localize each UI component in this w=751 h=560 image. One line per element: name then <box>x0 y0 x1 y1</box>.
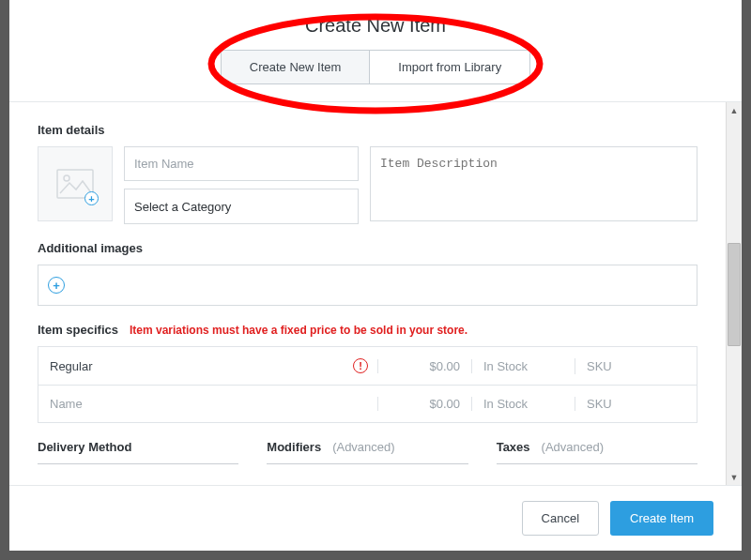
name-category-column: Select a Category <box>124 146 359 224</box>
cancel-button[interactable]: Cancel <box>522 501 599 536</box>
item-description-input[interactable] <box>370 146 697 221</box>
item-details-row: + Select a Category <box>38 146 697 224</box>
scroll-up-icon[interactable]: ▲ <box>727 102 742 118</box>
create-item-button[interactable]: Create Item <box>610 501 713 536</box>
category-select-label: Select a Category <box>134 200 231 214</box>
variation-stock[interactable]: In Stock <box>471 397 575 411</box>
warning-icon: ! <box>353 358 368 373</box>
create-item-modal: Create New Item Create New Item Import f… <box>9 0 742 551</box>
variation-stock[interactable]: In Stock <box>471 359 575 373</box>
item-specifics-label: Item specifics <box>38 323 118 337</box>
variation-name-input[interactable] <box>38 359 353 373</box>
mode-tabs: Create New Item Import from Library <box>221 50 530 84</box>
modal-body-wrap: Item details + Select a Category <box>9 101 742 485</box>
scroll-down-icon[interactable]: ▼ <box>727 469 742 485</box>
tab-import-from-library[interactable]: Import from Library <box>369 51 529 83</box>
scrollbar-thumb[interactable] <box>728 243 741 346</box>
variation-price[interactable]: $0.00 <box>377 397 471 411</box>
table-row: $0.00 In Stock <box>38 385 697 422</box>
table-row: ! $0.00 In Stock <box>38 347 697 385</box>
divider <box>267 463 467 464</box>
modal-header: Create New Item Create New Item Import f… <box>9 0 742 101</box>
item-name-input[interactable] <box>124 146 359 181</box>
variation-name-input[interactable] <box>38 397 377 411</box>
item-details-label: Item details <box>38 123 105 137</box>
section-heading-item-specifics: Item specifics Item variations must have… <box>38 323 697 337</box>
item-specifics-table: ! $0.00 In Stock $0.00 <box>38 346 697 423</box>
item-specifics-warning: Item variations must have a fixed price … <box>130 324 467 337</box>
section-heading-delivery: Delivery Method <box>38 440 238 454</box>
lower-sections-row: Delivery Method Modifiers (Advanced) Tax… <box>38 423 697 464</box>
delivery-method-label: Delivery Method <box>38 440 131 454</box>
svg-point-2 <box>64 175 69 181</box>
modal-footer: Cancel Create Item <box>9 485 742 551</box>
item-image-upload[interactable]: + <box>38 146 113 221</box>
tab-create-new-item[interactable]: Create New Item <box>222 51 370 83</box>
modifiers-advanced-label: (Advanced) <box>332 440 394 454</box>
additional-images-label: Additional images <box>38 241 143 255</box>
section-heading-taxes: Taxes (Advanced) <box>497 440 697 454</box>
section-heading-item-details: Item details <box>38 123 697 137</box>
variation-sku-input[interactable] <box>575 397 726 411</box>
modifiers-label: Modifiers <box>267 440 321 454</box>
additional-images-bar: + <box>38 265 697 306</box>
divider <box>497 463 697 464</box>
taxes-label: Taxes <box>497 440 530 454</box>
add-additional-image-button[interactable]: + <box>48 277 65 294</box>
modal-body: Item details + Select a Category <box>9 102 726 485</box>
scrollbar[interactable]: ▲ ▼ <box>726 102 742 485</box>
variation-price[interactable]: $0.00 <box>377 359 471 373</box>
add-image-icon: + <box>84 191 99 205</box>
modal-title: Create New Item <box>38 15 713 37</box>
category-select[interactable]: Select a Category <box>124 189 359 224</box>
section-heading-additional-images: Additional images <box>38 241 697 255</box>
variation-sku-input[interactable] <box>575 359 726 373</box>
divider <box>38 463 238 464</box>
taxes-advanced-label: (Advanced) <box>542 440 604 454</box>
section-heading-modifiers: Modifiers (Advanced) <box>267 440 467 454</box>
